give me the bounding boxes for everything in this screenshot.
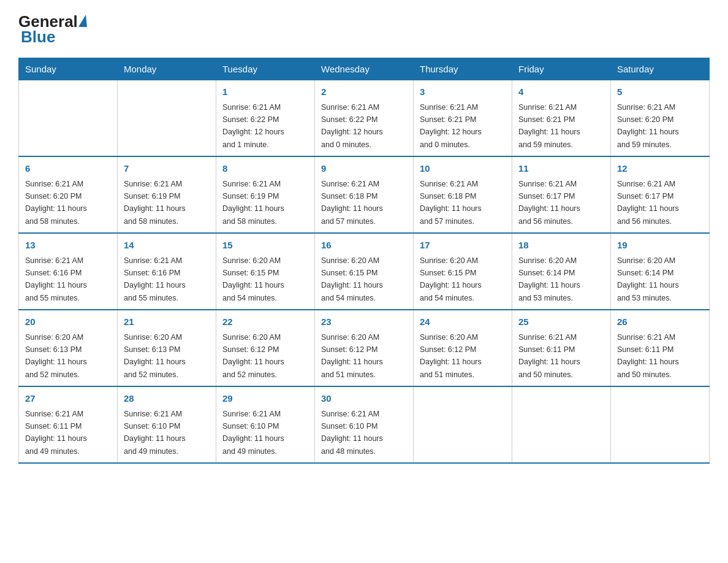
calendar-cell: 23Sunrise: 6:20 AM Sunset: 6:12 PM Dayli… — [315, 310, 414, 386]
calendar-cell: 28Sunrise: 6:21 AM Sunset: 6:10 PM Dayli… — [118, 386, 216, 463]
day-info: Sunrise: 6:21 AM Sunset: 6:22 PM Dayligh… — [321, 103, 383, 149]
day-info: Sunrise: 6:21 AM Sunset: 6:17 PM Dayligh… — [617, 180, 679, 226]
day-number: 22 — [222, 315, 308, 329]
day-info: Sunrise: 6:21 AM Sunset: 6:10 PM Dayligh… — [321, 410, 383, 456]
day-info: Sunrise: 6:21 AM Sunset: 6:10 PM Dayligh… — [124, 410, 186, 456]
calendar-cell: 6Sunrise: 6:21 AM Sunset: 6:20 PM Daylig… — [19, 156, 118, 233]
day-number: 10 — [420, 162, 506, 176]
day-info: Sunrise: 6:20 AM Sunset: 6:14 PM Dayligh… — [617, 256, 679, 302]
weekday-header-thursday: Thursday — [414, 58, 512, 80]
day-number: 19 — [617, 239, 703, 253]
calendar-cell: 2Sunrise: 6:21 AM Sunset: 6:22 PM Daylig… — [315, 80, 414, 157]
day-info: Sunrise: 6:21 AM Sunset: 6:21 PM Dayligh… — [518, 103, 580, 149]
day-number: 1 — [222, 85, 308, 99]
day-number: 4 — [518, 85, 604, 99]
calendar-cell: 16Sunrise: 6:20 AM Sunset: 6:15 PM Dayli… — [315, 233, 414, 310]
calendar-week-4: 20Sunrise: 6:20 AM Sunset: 6:13 PM Dayli… — [19, 310, 710, 386]
weekday-header-wednesday: Wednesday — [315, 58, 414, 80]
calendar-cell: 21Sunrise: 6:20 AM Sunset: 6:13 PM Dayli… — [118, 310, 216, 386]
day-number: 3 — [420, 85, 506, 99]
calendar-cell: 29Sunrise: 6:21 AM Sunset: 6:10 PM Dayli… — [216, 386, 315, 463]
day-number: 5 — [617, 85, 703, 99]
day-info: Sunrise: 6:20 AM Sunset: 6:12 PM Dayligh… — [321, 333, 383, 379]
day-number: 29 — [222, 392, 308, 406]
day-info: Sunrise: 6:20 AM Sunset: 6:15 PM Dayligh… — [222, 256, 284, 302]
calendar-cell: 15Sunrise: 6:20 AM Sunset: 6:15 PM Dayli… — [216, 233, 315, 310]
calendar-cell: 8Sunrise: 6:21 AM Sunset: 6:19 PM Daylig… — [216, 156, 315, 233]
calendar-week-3: 13Sunrise: 6:21 AM Sunset: 6:16 PM Dayli… — [19, 233, 710, 310]
calendar-cell: 3Sunrise: 6:21 AM Sunset: 6:21 PM Daylig… — [414, 80, 512, 157]
calendar-cell: 4Sunrise: 6:21 AM Sunset: 6:21 PM Daylig… — [512, 80, 611, 157]
logo-icon — [78, 15, 87, 27]
calendar-week-1: 1Sunrise: 6:21 AM Sunset: 6:22 PM Daylig… — [19, 80, 710, 157]
day-info: Sunrise: 6:21 AM Sunset: 6:22 PM Dayligh… — [222, 103, 284, 149]
calendar-cell: 1Sunrise: 6:21 AM Sunset: 6:22 PM Daylig… — [216, 80, 315, 157]
day-info: Sunrise: 6:21 AM Sunset: 6:11 PM Dayligh… — [617, 333, 679, 379]
day-number: 20 — [25, 315, 111, 329]
calendar-cell — [414, 386, 512, 463]
calendar-week-5: 27Sunrise: 6:21 AM Sunset: 6:11 PM Dayli… — [19, 386, 710, 463]
calendar-cell: 10Sunrise: 6:21 AM Sunset: 6:18 PM Dayli… — [414, 156, 512, 233]
day-info: Sunrise: 6:20 AM Sunset: 6:12 PM Dayligh… — [222, 333, 284, 379]
calendar-cell: 9Sunrise: 6:21 AM Sunset: 6:18 PM Daylig… — [315, 156, 414, 233]
calendar-cell: 5Sunrise: 6:21 AM Sunset: 6:20 PM Daylig… — [611, 80, 710, 157]
day-info: Sunrise: 6:21 AM Sunset: 6:19 PM Dayligh… — [124, 180, 186, 226]
day-info: Sunrise: 6:21 AM Sunset: 6:10 PM Dayligh… — [222, 410, 284, 456]
weekday-header-friday: Friday — [512, 58, 611, 80]
day-info: Sunrise: 6:21 AM Sunset: 6:16 PM Dayligh… — [124, 256, 186, 302]
day-number: 23 — [321, 315, 407, 329]
calendar-cell: 17Sunrise: 6:20 AM Sunset: 6:15 PM Dayli… — [414, 233, 512, 310]
day-info: Sunrise: 6:21 AM Sunset: 6:11 PM Dayligh… — [25, 410, 87, 456]
day-info: Sunrise: 6:21 AM Sunset: 6:21 PM Dayligh… — [420, 103, 482, 149]
calendar-cell: 12Sunrise: 6:21 AM Sunset: 6:17 PM Dayli… — [611, 156, 710, 233]
calendar-cell: 11Sunrise: 6:21 AM Sunset: 6:17 PM Dayli… — [512, 156, 611, 233]
calendar-cell: 30Sunrise: 6:21 AM Sunset: 6:10 PM Dayli… — [315, 386, 414, 463]
calendar-cell — [611, 386, 710, 463]
day-number: 18 — [518, 239, 604, 253]
day-number: 21 — [124, 315, 210, 329]
day-info: Sunrise: 6:21 AM Sunset: 6:18 PM Dayligh… — [420, 180, 482, 226]
day-number: 28 — [124, 392, 210, 406]
calendar-cell: 24Sunrise: 6:20 AM Sunset: 6:12 PM Dayli… — [414, 310, 512, 386]
calendar-week-2: 6Sunrise: 6:21 AM Sunset: 6:20 PM Daylig… — [19, 156, 710, 233]
day-number: 14 — [124, 239, 210, 253]
day-number: 8 — [222, 162, 308, 176]
weekday-header-sunday: Sunday — [19, 58, 118, 80]
day-info: Sunrise: 6:20 AM Sunset: 6:15 PM Dayligh… — [420, 256, 482, 302]
calendar-header-row: SundayMondayTuesdayWednesdayThursdayFrid… — [19, 58, 710, 80]
day-number: 9 — [321, 162, 407, 176]
day-number: 24 — [420, 315, 506, 329]
day-info: Sunrise: 6:21 AM Sunset: 6:20 PM Dayligh… — [25, 180, 87, 226]
day-number: 2 — [321, 85, 407, 99]
calendar-cell: 26Sunrise: 6:21 AM Sunset: 6:11 PM Dayli… — [611, 310, 710, 386]
day-info: Sunrise: 6:20 AM Sunset: 6:13 PM Dayligh… — [25, 333, 87, 379]
calendar-cell — [19, 80, 118, 157]
day-number: 17 — [420, 239, 506, 253]
day-info: Sunrise: 6:20 AM Sunset: 6:14 PM Dayligh… — [518, 256, 580, 302]
day-info: Sunrise: 6:21 AM Sunset: 6:18 PM Dayligh… — [321, 180, 383, 226]
day-number: 15 — [222, 239, 308, 253]
day-number: 25 — [518, 315, 604, 329]
day-number: 7 — [124, 162, 210, 176]
calendar-cell: 18Sunrise: 6:20 AM Sunset: 6:14 PM Dayli… — [512, 233, 611, 310]
day-number: 13 — [25, 239, 111, 253]
day-info: Sunrise: 6:20 AM Sunset: 6:12 PM Dayligh… — [420, 333, 482, 379]
calendar-cell: 19Sunrise: 6:20 AM Sunset: 6:14 PM Dayli… — [611, 233, 710, 310]
day-number: 16 — [321, 239, 407, 253]
day-number: 30 — [321, 392, 407, 406]
weekday-header-saturday: Saturday — [611, 58, 710, 80]
calendar-cell — [118, 80, 216, 157]
day-number: 26 — [617, 315, 703, 329]
calendar-cell: 22Sunrise: 6:20 AM Sunset: 6:12 PM Dayli… — [216, 310, 315, 386]
page-header: General Blue — [18, 12, 710, 47]
logo-blue: Blue — [21, 28, 55, 46]
calendar-cell — [512, 386, 611, 463]
day-number: 6 — [25, 162, 111, 176]
calendar-cell: 25Sunrise: 6:21 AM Sunset: 6:11 PM Dayli… — [512, 310, 611, 386]
day-number: 12 — [617, 162, 703, 176]
day-info: Sunrise: 6:21 AM Sunset: 6:19 PM Dayligh… — [222, 180, 284, 226]
day-info: Sunrise: 6:21 AM Sunset: 6:16 PM Dayligh… — [25, 256, 87, 302]
weekday-header-tuesday: Tuesday — [216, 58, 315, 80]
calendar-table: SundayMondayTuesdayWednesdayThursdayFrid… — [18, 58, 710, 464]
weekday-header-monday: Monday — [118, 58, 216, 80]
